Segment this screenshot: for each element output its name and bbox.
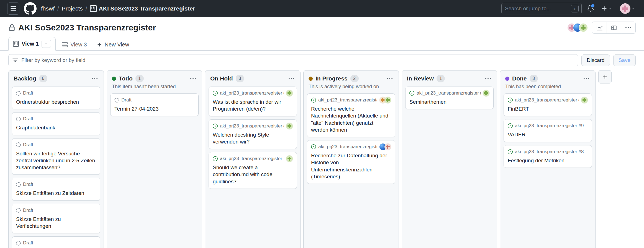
filter-input[interactable] xyxy=(21,57,574,64)
card-repo-ref: aki_prj23_transparenzregister #8 xyxy=(515,149,586,155)
card-title[interactable]: Recherche welche Nachrichtenquellen (Akt… xyxy=(311,105,391,133)
tab-view-3[interactable]: View 3 xyxy=(57,39,91,50)
insights-button[interactable] xyxy=(592,22,607,33)
lock-icon xyxy=(8,24,16,31)
card-avatars xyxy=(379,143,391,150)
search-input[interactable] xyxy=(504,5,569,12)
card-title[interactable]: Ordnerstruktur besprechen xyxy=(16,98,96,105)
card-title[interactable]: Skizze Entitäten zu Verflechtungen xyxy=(16,216,96,230)
column-menu-button[interactable] xyxy=(91,75,99,82)
card-title[interactable]: Should we create a contribution.md with … xyxy=(213,164,293,185)
view-tabs: View 1 View 3 New View xyxy=(0,34,644,51)
card-repo-ref: aki_prj23_transparenzregister #2 xyxy=(318,144,377,150)
card-title[interactable]: Skizze Entitäten zu Zeitdaten xyxy=(16,190,96,197)
add-column-button[interactable] xyxy=(598,70,612,83)
card-title[interactable]: Welchen docstring Style verwenden wir? xyxy=(213,131,293,145)
side-panel-button[interactable] xyxy=(607,22,621,33)
new-view-label: New View xyxy=(105,41,129,48)
slash-shortcut-key: / xyxy=(571,5,579,12)
card-title[interactable]: Termin 27-04-2023 xyxy=(114,105,194,112)
filter-bar: Discard Save xyxy=(0,51,644,69)
card-avatars xyxy=(379,97,391,103)
card-repo-ref: aki_prj23_transparenzregister #5 xyxy=(515,97,579,103)
card-type-label: Draft xyxy=(23,208,94,213)
card[interactable]: aki_prj23_transparenzregister #5 FinBERT xyxy=(504,93,592,116)
card-title[interactable]: Sollten wir fertige Versuche zentral ver… xyxy=(16,150,96,171)
column-status-dot xyxy=(309,77,313,81)
green-avatar xyxy=(286,155,293,162)
card-title[interactable]: Graphdatenbank xyxy=(16,124,96,131)
card-avatars xyxy=(483,90,489,96)
breadcrumb-org-link[interactable]: fhswf xyxy=(41,5,55,12)
green-avatar xyxy=(483,90,489,96)
draft-icon xyxy=(16,208,21,213)
discard-button[interactable]: Discard xyxy=(581,54,610,66)
github-logo-icon[interactable] xyxy=(24,2,37,15)
card[interactable]: aki_prj23_transparenzregister #10 Semina… xyxy=(405,87,494,109)
column-menu-button[interactable] xyxy=(386,75,394,82)
notifications-bell-icon[interactable] xyxy=(586,4,595,14)
card-title[interactable]: Seminarthemen xyxy=(409,98,489,105)
unread-notification-dot xyxy=(591,4,595,8)
tab-label: View 1 xyxy=(22,41,39,47)
issue-open-icon xyxy=(508,98,513,103)
card[interactable]: aki_prj23_transparenzregister #3 Recherc… xyxy=(307,93,395,137)
column-count-badge: 6 xyxy=(39,75,47,82)
card[interactable]: Draft Sollten wir fertige Versuche zentr… xyxy=(12,138,100,175)
column-menu-button[interactable] xyxy=(583,75,590,82)
global-search-box[interactable]: / xyxy=(501,3,582,14)
issue-open-icon xyxy=(508,123,513,128)
card-type-label: Draft xyxy=(23,182,94,187)
card-repo-ref: aki_prj23_transparenzregister #9 xyxy=(515,123,586,129)
card[interactable]: aki_prj23_transparenzregister #2 Recherc… xyxy=(307,140,395,184)
issue-open-icon xyxy=(213,124,218,129)
card-title[interactable]: Recherche zur Datenhaltung der Historie … xyxy=(311,152,391,180)
card[interactable]: Draft Skizze Entitäten zu Zeitdaten xyxy=(12,178,100,200)
card-repo-ref: aki_prj23_transparenzregister #10 xyxy=(417,90,481,96)
card[interactable]: aki_prj23_transparenzregister #11 Was is… xyxy=(209,87,297,116)
save-button[interactable]: Save xyxy=(613,54,636,66)
column-done: Done 3 This has been completed aki_prj23… xyxy=(500,70,596,248)
card[interactable]: aki_prj23_transparenzregister #8 Festleg… xyxy=(504,145,592,168)
card[interactable]: aki_prj23_transparenzregister #7 Welchen… xyxy=(209,119,297,149)
card[interactable]: aki_prj23_transparenzregister #12 Should… xyxy=(209,152,297,189)
project-member-avatars[interactable] xyxy=(568,24,587,32)
breadcrumb-project-link[interactable]: AKI SoSe2023 Transparenzregister xyxy=(90,5,195,12)
breadcrumb-separator: / xyxy=(86,5,87,12)
card[interactable]: aki_prj23_transparenzregister #9 VADER xyxy=(504,119,592,142)
user-avatar-menu[interactable] xyxy=(618,3,637,14)
card[interactable]: Draft Skizze Entitäten zu Verflechtungen xyxy=(12,204,100,234)
card-type-label: Draft xyxy=(121,97,192,103)
card-type-label: Draft xyxy=(23,142,94,148)
column-on-hold: On Hold 3 aki_prj23_transparenzregister … xyxy=(205,70,301,248)
tab-view-1[interactable]: View 1 xyxy=(8,37,56,51)
breadcrumb-projects-link[interactable]: Projects xyxy=(62,5,83,12)
column-menu-button[interactable] xyxy=(484,75,492,82)
card-repo-ref: aki_prj23_transparenzregister #11 xyxy=(220,90,284,96)
filter-input-box[interactable] xyxy=(8,54,578,66)
tab-options-caret[interactable] xyxy=(42,40,51,48)
card[interactable]: Draft QFD - Quality Function Deployment xyxy=(12,236,100,248)
card[interactable]: Draft Graphdatenbank xyxy=(12,112,100,135)
new-view-button[interactable]: New View xyxy=(93,39,133,50)
create-new-button[interactable] xyxy=(600,5,614,12)
card-type-label: Draft xyxy=(23,116,94,122)
column-menu-button[interactable] xyxy=(189,75,197,82)
hamburger-menu-button[interactable] xyxy=(7,2,19,15)
issue-open-icon xyxy=(311,144,316,149)
draft-icon xyxy=(16,142,21,147)
card-type-label: Draft xyxy=(23,90,94,96)
project-menu-button[interactable] xyxy=(621,22,635,33)
card-title[interactable]: VADER xyxy=(508,131,588,138)
card-title[interactable]: Was ist die sprache in der wir Programie… xyxy=(213,98,293,113)
column-backlog: Backlog 6 Draft Ordnerstruktur bespreche… xyxy=(8,70,104,248)
project-header: AKI SoSe2023 Transparenzregister xyxy=(0,17,644,34)
card-title[interactable]: FinBERT xyxy=(508,105,588,112)
card-title[interactable]: Festlegung der Metriken xyxy=(508,157,588,164)
column-description: This item hasn't been started xyxy=(107,84,202,91)
column-menu-button[interactable] xyxy=(288,75,295,82)
card[interactable]: Draft Ordnerstruktur besprechen xyxy=(12,87,100,109)
column-in-review: In Review 1 aki_prj23_transparenzregiste… xyxy=(402,70,497,248)
card[interactable]: Draft Termin 27-04-2023 xyxy=(110,93,199,116)
project-toolbar xyxy=(592,22,636,34)
